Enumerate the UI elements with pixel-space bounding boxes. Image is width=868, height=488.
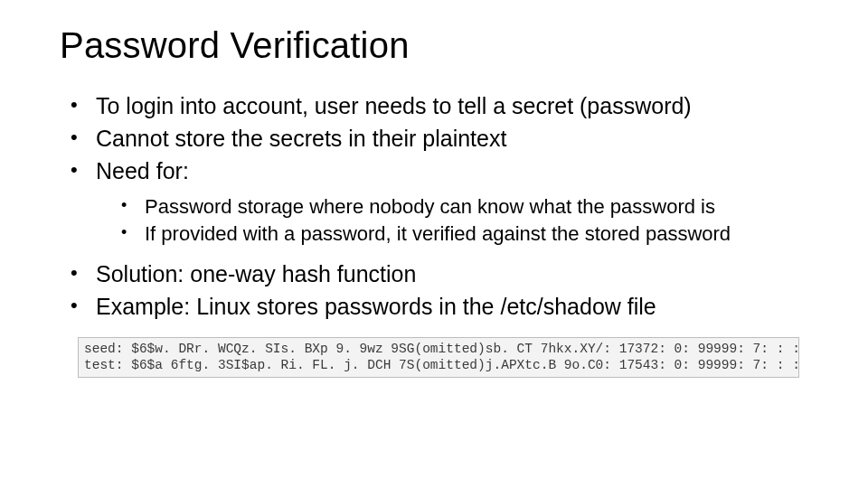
bullet-text: Cannot store the secrets in their plaint…	[96, 126, 506, 151]
list-item: Password storage where nobody can know w…	[121, 194, 817, 220]
list-item: Example: Linux stores passwords in the /…	[71, 292, 817, 321]
list-item: Cannot store the secrets in their plaint…	[71, 124, 817, 153]
list-item: Need for: Password storage where nobody …	[71, 156, 817, 247]
slide: Password Verification To login into acco…	[0, 0, 868, 488]
sub-bullet-list: Password storage where nobody can know w…	[121, 194, 817, 247]
bullet-text: Solution: one-way hash function	[96, 261, 416, 286]
page-title: Password Verification	[51, 25, 817, 66]
code-line: test: $6$a 6ftg. 3SI$ap. Ri. FL. j. DCH …	[84, 358, 799, 372]
list-item: Solution: one-way hash function	[71, 259, 817, 288]
bullet-text: Password storage where nobody can know w…	[145, 195, 715, 218]
list-item: To login into account, user needs to tel…	[71, 91, 817, 120]
bullet-text: If provided with a password, it verified…	[145, 222, 731, 245]
list-item: If provided with a password, it verified…	[121, 221, 817, 247]
code-block: seed: $6$w. DRr. WCQz. SIs. BXp 9. 9wz 9…	[78, 337, 799, 377]
code-line: seed: $6$w. DRr. WCQz. SIs. BXp 9. 9wz 9…	[84, 342, 799, 356]
bullet-text: To login into account, user needs to tel…	[96, 93, 692, 118]
bullet-list: To login into account, user needs to tel…	[71, 91, 817, 321]
bullet-text: Example: Linux stores passwords in the /…	[96, 294, 656, 319]
bullet-text: Need for:	[96, 158, 189, 183]
